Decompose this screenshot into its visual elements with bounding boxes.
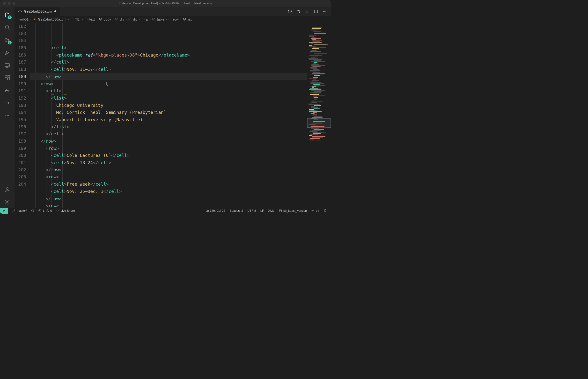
docker-icon[interactable] <box>1 85 13 96</box>
line-number-gutter: 1821831841851861871881891901911921931941… <box>15 23 30 208</box>
encoding[interactable]: UTF-8 <box>247 209 256 212</box>
dirty-indicator-icon <box>54 10 56 12</box>
language-mode[interactable]: XML <box>268 209 274 212</box>
svg-point-25 <box>13 211 13 212</box>
extensions-icon[interactable] <box>1 72 13 84</box>
svg-point-24 <box>13 210 13 210</box>
accounts-icon[interactable] <box>1 184 13 195</box>
tab-open-file[interactable]: </> Ges1-bult030a.xml <box>15 7 60 16</box>
timeline-icon[interactable] <box>288 9 292 14</box>
traffic-lights <box>3 2 16 5</box>
svg-point-26 <box>14 210 15 210</box>
more-actions-icon[interactable] <box>322 9 327 14</box>
source-control-icon[interactable]: 1 <box>1 34 13 46</box>
editor-window: [Extension Development Host] - Ges1-bult… <box>0 0 331 214</box>
svg-point-22 <box>324 11 325 12</box>
breadcrumbs[interactable]: vol-01›</>Ges1-bult030a.xml›TEI›text›bod… <box>15 16 331 23</box>
breadcrumb-item[interactable]: table <box>157 17 164 21</box>
svg-point-18 <box>6 188 8 190</box>
main-body: 1 1 <box>0 7 331 208</box>
statusbar: master* 1 0 Live Share Ln 189, Col 23 Sp… <box>0 208 331 214</box>
notifications-icon[interactable] <box>323 209 327 212</box>
split-editor-icon[interactable] <box>314 9 318 14</box>
breadcrumb-item[interactable]: body <box>104 17 111 21</box>
tab-filename: Ges1-bult030a.xml <box>24 9 52 13</box>
editor-body: 1821831841851861871881891901911921931941… <box>15 23 331 208</box>
settings-icon[interactable] <box>1 196 13 208</box>
live-share-icon[interactable] <box>1 97 13 109</box>
breadcrumb-item[interactable]: vol-01 <box>19 17 29 21</box>
svg-rect-9 <box>7 78 9 80</box>
svg-rect-10 <box>8 75 10 77</box>
tab-bar: </> Ges1-bult030a.xml <box>15 7 331 16</box>
zoom-window-button[interactable] <box>13 2 16 5</box>
search-icon[interactable] <box>1 22 13 33</box>
svg-rect-14 <box>6 89 7 90</box>
svg-point-29 <box>312 210 314 211</box>
run-icon[interactable] <box>305 9 309 14</box>
breadcrumb-item[interactable]: text <box>89 17 95 21</box>
compare-icon[interactable] <box>296 9 301 14</box>
code-editor[interactable]: 1821831841851861871881891901911921931941… <box>15 23 307 208</box>
editor-actions <box>288 7 331 16</box>
breadcrumb-item[interactable]: div <box>120 17 124 21</box>
minimize-window-button[interactable] <box>8 2 11 5</box>
svg-rect-28 <box>279 210 281 212</box>
svg-point-0 <box>5 26 9 29</box>
more-icon[interactable] <box>1 110 13 121</box>
run-debug-icon[interactable] <box>1 47 13 59</box>
breadcrumb-item[interactable]: list <box>188 17 192 21</box>
mouse-cursor-icon <box>106 82 109 86</box>
minimap[interactable] <box>307 23 331 208</box>
xml-file-icon: </> <box>18 10 22 13</box>
svg-point-16 <box>7 115 8 116</box>
sync-button[interactable] <box>31 209 34 212</box>
svg-point-15 <box>6 115 6 116</box>
remote-indicator[interactable] <box>0 208 8 214</box>
close-window-button[interactable] <box>3 2 6 5</box>
svg-point-17 <box>8 115 9 116</box>
eol[interactable]: LF <box>260 209 264 212</box>
svg-point-19 <box>7 201 8 203</box>
indentation[interactable]: Spaces: 2 <box>230 209 243 212</box>
breadcrumb-item[interactable]: div <box>133 17 137 21</box>
statusbar-right: Ln 189, Col 23 Spaces: 2 UTF-8 LF XML kb… <box>206 209 331 212</box>
breadcrumb-item[interactable]: p <box>146 17 148 21</box>
problems-indicator[interactable]: 1 0 <box>38 209 52 212</box>
remote-explorer-icon[interactable] <box>1 60 13 71</box>
statusbar-left: master* 1 0 Live Share <box>0 208 75 214</box>
svg-rect-7 <box>5 76 7 78</box>
svg-point-4 <box>5 54 6 55</box>
ports-indicator[interactable]: off <box>311 209 319 212</box>
code-content[interactable]: <cell> <placeName ref="kbga-places-98">C… <box>30 23 307 208</box>
cursor-position[interactable]: Ln 189, Col 23 <box>206 209 225 212</box>
explorer-icon[interactable]: 1 <box>1 9 13 21</box>
explorer-badge: 1 <box>8 16 12 19</box>
svg-point-1 <box>5 38 7 39</box>
git-branch[interactable]: master* <box>12 209 27 212</box>
workspace-indicator[interactable]: kb_latest_version <box>279 209 307 212</box>
activity-bar: 1 1 <box>0 7 15 208</box>
breadcrumb-item[interactable]: TEI <box>75 17 80 21</box>
editor-area: </> Ges1-bult030a.xml vol-01›</>Ges1-bul… <box>15 7 331 208</box>
scm-badge: 1 <box>8 41 12 45</box>
svg-point-2 <box>5 41 7 42</box>
titlebar: [Extension Development Host] - Ges1-bult… <box>0 0 331 7</box>
live-share-status[interactable]: Live Share <box>56 209 75 212</box>
svg-rect-8 <box>5 78 7 80</box>
window-title: [Extension Development Host] - Ges1-bult… <box>119 2 212 5</box>
breadcrumb-item[interactable]: Ges1-bult030a.xml <box>38 17 66 21</box>
svg-point-21 <box>323 11 324 12</box>
breadcrumb-item[interactable]: row <box>173 17 179 21</box>
svg-point-23 <box>325 11 326 12</box>
